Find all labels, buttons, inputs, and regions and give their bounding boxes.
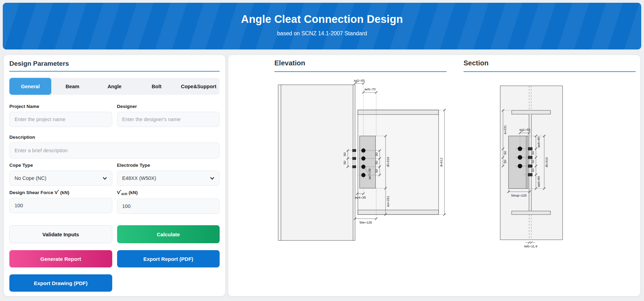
cope-type-label: Cope Type bbox=[9, 163, 112, 168]
project-name-label: Project Name bbox=[9, 104, 112, 109]
dim-label-sg1: sg1=55 bbox=[519, 128, 530, 131]
tab-angle[interactable]: Angle bbox=[94, 78, 135, 95]
generate-report-button[interactable]: Generate Report bbox=[9, 250, 112, 267]
chevron-down-icon bbox=[103, 177, 107, 180]
app-header: Angle Cleat Connection Design based on S… bbox=[3, 3, 641, 49]
dim-label-di: di=310 bbox=[386, 157, 390, 167]
cope-type-value: No Cope (NC) bbox=[15, 175, 46, 181]
dim-label-50: 50 bbox=[531, 160, 535, 164]
chevron-down-icon bbox=[210, 177, 214, 180]
dim-label-50: 50 bbox=[374, 153, 378, 156]
cope-type-select[interactable]: No Cope (NC) bbox=[9, 171, 112, 186]
vdrift-label: V*drift (kN) bbox=[117, 189, 220, 196]
export-report-button[interactable]: Export Report (PDF) bbox=[117, 250, 220, 267]
page-subtitle: based on SCNZ 14.1-2007 Standard bbox=[3, 30, 641, 37]
dim-label-bisup: bisup=125 bbox=[511, 193, 527, 197]
dim-label-50: 50 bbox=[503, 160, 507, 164]
dim-label-ae5: ae5=70 bbox=[364, 87, 376, 91]
dim-label-a: a=231 bbox=[503, 125, 507, 135]
section-title: Section bbox=[464, 59, 636, 72]
elevation-title: Elevation bbox=[274, 59, 447, 72]
dim-label-ae7: ae7=39 bbox=[368, 168, 371, 180]
design-parameters-title: Design Parameters bbox=[9, 60, 220, 72]
dim-label-sg2: sg2=55 bbox=[354, 79, 364, 82]
dim-label-twb: twb=11.9 bbox=[524, 244, 537, 248]
tab-cope-support[interactable]: Cope&Support bbox=[178, 78, 220, 95]
section-drawing: a=231 50 50 sg1=55 ae6=80 50 50 50 ae bbox=[464, 73, 636, 253]
shear-force-input[interactable] bbox=[9, 198, 112, 213]
description-label: Description bbox=[9, 135, 220, 140]
electrode-type-select[interactable]: E48XX (W50X) bbox=[117, 171, 220, 186]
dim-label-d: d=612 bbox=[439, 158, 443, 167]
dim-label-50: 50 bbox=[531, 151, 535, 155]
tab-bolt[interactable]: Bolt bbox=[135, 78, 177, 95]
electrode-type-label: Electrode Type bbox=[117, 163, 220, 168]
dim-label-di: di=310 bbox=[545, 157, 548, 167]
dim-label-50: 50 bbox=[531, 168, 535, 172]
electrode-type-value: E48XX (W50X) bbox=[122, 175, 156, 181]
tab-beam[interactable]: Beam bbox=[51, 78, 93, 95]
export-drawing-button[interactable]: Export Drawing (PDF) bbox=[9, 274, 112, 292]
drawings-panel: Elevation bbox=[228, 55, 641, 297]
dim-label-50: 50 bbox=[343, 161, 346, 165]
cleat-plate bbox=[509, 136, 528, 189]
elevation-drawing: sg2=55 ae5=70 50 50 50 50 50 bbox=[274, 73, 447, 253]
dim-label-ao: ao=151 bbox=[386, 196, 390, 207]
dim-label-50: 50 bbox=[343, 153, 346, 156]
dim-label-biw: biw=125 bbox=[360, 220, 372, 224]
shear-force-label: Design Shear Force V* (kN) bbox=[9, 189, 112, 195]
calculate-button[interactable]: Calculate bbox=[117, 225, 220, 243]
dim-label-50: 50 bbox=[374, 161, 378, 165]
design-parameters-panel: Design Parameters General Beam Angle Bol… bbox=[3, 55, 226, 297]
elevation-panel: Elevation bbox=[274, 59, 447, 253]
validate-inputs-button[interactable]: Validate Inputs bbox=[9, 225, 112, 243]
project-name-input[interactable] bbox=[9, 112, 112, 127]
description-input[interactable] bbox=[9, 143, 220, 158]
cleat-plate bbox=[360, 136, 376, 188]
dim-label-50: 50 bbox=[374, 169, 378, 173]
designer-input[interactable] bbox=[117, 112, 220, 127]
section-panel: Section bbox=[464, 59, 636, 253]
dim-label-ae6: ae6=80 bbox=[537, 176, 540, 187]
tab-general[interactable]: General bbox=[9, 78, 51, 95]
parameter-tabs: General Beam Angle Bolt Cope&Support bbox=[9, 78, 220, 95]
dim-label-ae6: ae6=80 bbox=[537, 137, 540, 148]
dim-label-ae4: ae4=35 bbox=[355, 195, 366, 199]
dim-label-50: 50 bbox=[503, 151, 507, 155]
page-title: Angle Cleat Connection Design bbox=[3, 3, 641, 26]
vdrift-input[interactable] bbox=[117, 199, 220, 214]
designer-label: Designer bbox=[117, 104, 220, 109]
